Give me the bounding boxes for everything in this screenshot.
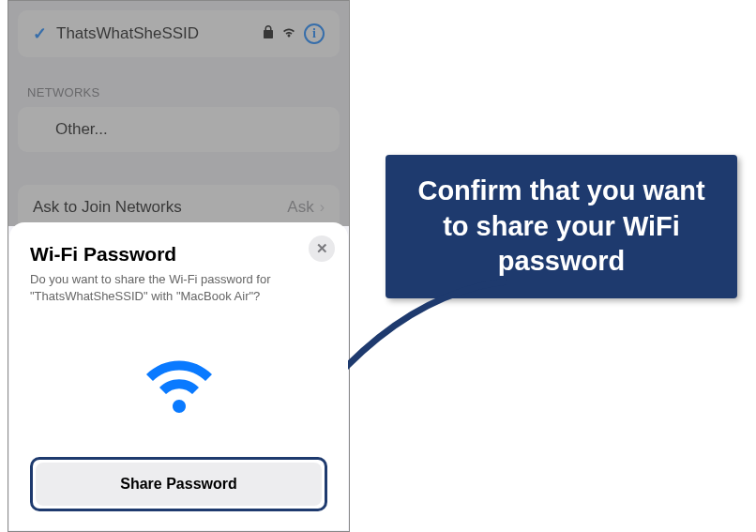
close-button[interactable]: ✕: [309, 236, 335, 262]
dim-overlay: [8, 1, 349, 226]
sheet-title: Wi-Fi Password: [30, 243, 327, 266]
wifi-large-icon: [30, 305, 327, 457]
sheet-subtitle: Do you want to share the Wi-Fi password …: [30, 271, 327, 305]
annotation-callout: Confirm that you want to share your WiFi…: [386, 155, 737, 298]
share-password-sheet: ✕ Wi-Fi Password Do you want to share th…: [9, 222, 348, 530]
phone-screen: ✓ ThatsWhatSheSSID i NETWORKS Other... A…: [8, 0, 350, 532]
share-password-button[interactable]: Share Password: [36, 463, 322, 506]
close-icon: ✕: [316, 240, 328, 257]
share-button-highlight: Share Password: [30, 457, 327, 511]
